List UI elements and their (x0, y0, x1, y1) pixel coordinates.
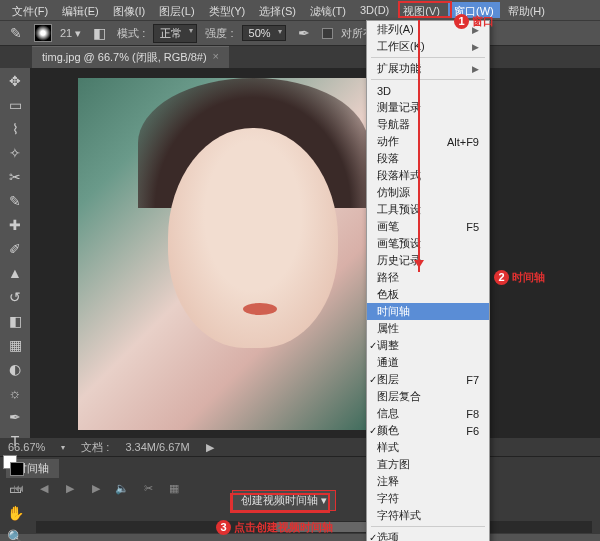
annotation-3: 3点击创建视频时间轴 (216, 520, 333, 535)
mi-timeline[interactable]: 时间轴 (367, 303, 489, 320)
doc-info-arrow-icon[interactable]: ▶ (206, 441, 214, 454)
eraser-tool-icon[interactable]: ◧ (5, 312, 25, 330)
mi-paragraph[interactable]: 段落 (367, 150, 489, 167)
mi-extensions[interactable]: 扩展功能▶ (367, 60, 489, 77)
blur-tool-icon[interactable]: ◐ (5, 360, 25, 378)
mi-info[interactable]: 信息F8 (367, 405, 489, 422)
mi-actions[interactable]: 动作Alt+F9 (367, 133, 489, 150)
menu-select[interactable]: 选择(S) (253, 2, 302, 18)
strength-dropdown[interactable]: 50% (242, 25, 286, 41)
mi-channels[interactable]: 通道 (367, 354, 489, 371)
move-tool-icon[interactable]: ✥ (5, 72, 25, 90)
canvas[interactable] (30, 68, 600, 438)
mi-layers[interactable]: ✓图层F7 (367, 371, 489, 388)
mi-layer-comps[interactable]: 图层复合 (367, 388, 489, 405)
mi-para-style[interactable]: 段落样式 (367, 167, 489, 184)
mi-notes[interactable]: 注释 (367, 473, 489, 490)
annotation-box-window (398, 1, 452, 18)
mi-tool-preset[interactable]: 工具预设 (367, 201, 489, 218)
mi-char-style[interactable]: 字符样式 (367, 507, 489, 524)
mi-histogram[interactable]: 直方图 (367, 456, 489, 473)
play-icon[interactable]: ▶ (62, 482, 78, 496)
go-first-icon[interactable]: ⏮ (10, 482, 26, 496)
history-brush-icon[interactable]: ↺ (5, 288, 25, 306)
wand-tool-icon[interactable]: ✧ (5, 144, 25, 162)
mi-options[interactable]: ✓选项 (367, 529, 489, 541)
menu-edit[interactable]: 编辑(E) (56, 2, 105, 18)
split-icon[interactable]: ✂ (140, 482, 156, 496)
doc-size: 3.34M/6.67M (125, 441, 189, 453)
healing-brush-icon[interactable]: ✎ (6, 24, 26, 42)
mi-styles[interactable]: 样式 (367, 439, 489, 456)
document-tab[interactable]: timg.jpg @ 66.7% (闭眼, RGB/8#) × (32, 46, 229, 68)
strength-label: 强度 : (205, 26, 233, 41)
zoom-tool-icon[interactable]: 🔍 (5, 528, 25, 541)
annotation-arrow (418, 20, 420, 272)
color-swatches[interactable] (3, 455, 25, 481)
mi-workspace[interactable]: 工作区(K)▶ (367, 38, 489, 55)
annotation-box-create (230, 493, 330, 513)
mi-brush[interactable]: 画笔F5 (367, 218, 489, 235)
mi-3d[interactable]: 3D (367, 82, 489, 99)
mode-label: 模式 : (117, 26, 145, 41)
hand-tool-icon[interactable]: ✋ (5, 504, 25, 522)
gradient-tool-icon[interactable]: ▦ (5, 336, 25, 354)
mi-brush-preset[interactable]: 画笔预设 (367, 235, 489, 252)
options-bar: ✎ 21 ▾ ◧ 模式 : 正常 强度 : 50% ✒ 对所有图层取样 (0, 20, 600, 46)
menu-help[interactable]: 帮助(H) (502, 2, 551, 18)
mi-adjust[interactable]: ✓调整 (367, 337, 489, 354)
brush-preview[interactable] (34, 24, 52, 42)
dodge-tool-icon[interactable]: ☼ (5, 384, 25, 402)
mode-dropdown[interactable]: 正常 (153, 24, 197, 43)
mi-history[interactable]: 历史记录 (367, 252, 489, 269)
transition-icon[interactable]: ▦ (166, 482, 182, 496)
pen-tool-icon[interactable]: ✒ (5, 408, 25, 426)
marquee-tool-icon[interactable]: ▭ (5, 96, 25, 114)
window-menu: 排列(A)▶ 工作区(K)▶ 扩展功能▶ 3D 测量记录 导航器 动作Alt+F… (366, 20, 490, 541)
zoom-level[interactable]: 66.67% (8, 441, 45, 453)
mi-measure[interactable]: 测量记录 (367, 99, 489, 116)
document-tabbar: timg.jpg @ 66.7% (闭眼, RGB/8#) × (0, 46, 600, 68)
tab-title: timg.jpg @ 66.7% (闭眼, RGB/8#) (42, 50, 207, 65)
annotation-2: 2时间轴 (494, 270, 545, 285)
prev-frame-icon[interactable]: ◀ (36, 482, 52, 496)
next-frame-icon[interactable]: ▶ (88, 482, 104, 496)
mi-properties[interactable]: 属性 (367, 320, 489, 337)
brush-panel-icon[interactable]: ◧ (89, 24, 109, 42)
sample-all-checkbox[interactable] (322, 28, 333, 39)
doc-label: 文档 : (81, 440, 109, 455)
menu-type[interactable]: 类型(Y) (203, 2, 252, 18)
menu-layer[interactable]: 图层(L) (153, 2, 200, 18)
menu-file[interactable]: 文件(F) (6, 2, 54, 18)
document-image (78, 78, 374, 430)
lasso-tool-icon[interactable]: ⌇ (5, 120, 25, 138)
mi-navigator[interactable]: 导航器 (367, 116, 489, 133)
heal-tool-icon[interactable]: ✚ (5, 216, 25, 234)
mi-clone[interactable]: 仿制源 (367, 184, 489, 201)
mi-color[interactable]: ✓颜色F6 (367, 422, 489, 439)
status-bar: 66.67% ▾ 文档 : 3.34M/6.67M ▶ (0, 438, 600, 456)
brush-tool-icon[interactable]: ✐ (5, 240, 25, 258)
toolbox: ✥ ▭ ⌇ ✧ ✂ ✎ ✚ ✐ ▲ ↺ ◧ ▦ ◐ ☼ ✒ T ▷ ▭ ✋ 🔍 (0, 68, 30, 438)
mi-swatches[interactable]: 色板 (367, 286, 489, 303)
crop-tool-icon[interactable]: ✂ (5, 168, 25, 186)
mi-paths[interactable]: 路径 (367, 269, 489, 286)
eyedropper-tool-icon[interactable]: ✎ (5, 192, 25, 210)
menu-filter[interactable]: 滤镜(T) (304, 2, 352, 18)
pressure-icon[interactable]: ✒ (294, 24, 314, 42)
mi-char[interactable]: 字符 (367, 490, 489, 507)
close-icon[interactable]: × (213, 50, 219, 65)
audio-icon[interactable]: 🔈 (114, 482, 130, 496)
menu-3d[interactable]: 3D(D) (354, 2, 395, 18)
stamp-tool-icon[interactable]: ▲ (5, 264, 25, 282)
annotation-1: 1窗口 (454, 14, 494, 29)
menubar: 文件(F) 编辑(E) 图像(I) 图层(L) 类型(Y) 选择(S) 滤镜(T… (0, 0, 600, 20)
menu-image[interactable]: 图像(I) (107, 2, 151, 18)
